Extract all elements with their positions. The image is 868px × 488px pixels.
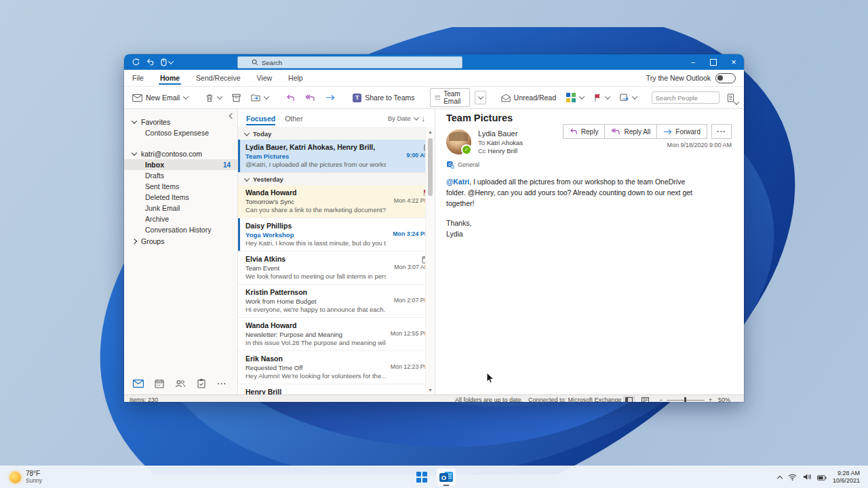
send-receive-icon[interactable] <box>132 58 140 66</box>
scroll-down-icon[interactable]: ▼ <box>428 388 433 392</box>
reply-button[interactable]: Reply <box>563 124 606 139</box>
taskbar-clock[interactable]: 9:28 AM 10/6/2021 <box>833 470 860 485</box>
teams-icon: T <box>353 94 361 102</box>
sort-direction-icon[interactable]: ↓ <box>422 115 426 123</box>
people-module-icon[interactable] <box>174 378 186 389</box>
folder-archive[interactable]: Archive <box>124 214 237 224</box>
tab-send-receive[interactable]: Send/Receive <box>188 70 248 86</box>
mention-katri[interactable]: @Katri <box>446 178 469 186</box>
follow-up-button[interactable] <box>591 92 612 104</box>
move-button[interactable] <box>248 92 271 104</box>
filter-email-button[interactable] <box>742 92 744 104</box>
categorize-button[interactable] <box>564 91 587 104</box>
group-header-today[interactable]: Today <box>238 127 435 140</box>
scroll-up-icon[interactable]: ▲ <box>428 129 433 134</box>
to-recipient-name[interactable]: Katri Ahokas <box>487 139 523 146</box>
zoom-level[interactable]: 50% <box>718 396 730 402</box>
calendar-module-icon[interactable] <box>153 378 165 389</box>
reply-button[interactable] <box>283 92 298 104</box>
message-list: Focused Other By Date ↓ Today Lydia Ba <box>238 109 435 394</box>
share-to-teams-button[interactable]: T Share to Teams <box>350 92 417 104</box>
email-row-wanda-howard-1[interactable]: Wanda Howard Tomorrow's Sync Can you sha… <box>238 185 435 218</box>
new-email-button[interactable]: New Email <box>130 92 191 104</box>
reply-all-button[interactable] <box>302 92 318 104</box>
rules-icon <box>620 94 629 102</box>
email-row-daisy-phillips[interactable]: Daisy Phillips Yoga Workshop Hey Katri, … <box>238 218 435 251</box>
folder-inbox[interactable]: Inbox 14 <box>124 159 237 170</box>
tasks-module-icon[interactable] <box>195 378 207 389</box>
chevron-down-icon <box>244 176 250 181</box>
favorite-contoso-expensese[interactable]: Contoso Expensese <box>124 127 237 138</box>
zoom-out-button[interactable]: − <box>659 396 663 402</box>
archive-button[interactable] <box>229 92 243 104</box>
weather-widget[interactable]: 78°F Sunny <box>0 466 52 488</box>
unread-read-button[interactable]: Unread/Read <box>498 92 559 104</box>
more-actions-button[interactable]: ··· <box>711 124 732 139</box>
group-header-yesterday[interactable]: Yesterday <box>238 173 435 185</box>
normal-view-button[interactable] <box>623 396 635 402</box>
tab-other[interactable]: Other <box>285 109 302 127</box>
reading-view-button[interactable] <box>639 396 651 402</box>
account-header[interactable]: katri@contoso.com <box>124 148 237 159</box>
titlebar-search-box[interactable]: Search <box>237 56 462 68</box>
sender-avatar[interactable]: ✓ <box>446 129 471 155</box>
tab-file[interactable]: File <box>124 70 152 86</box>
tab-view[interactable]: View <box>248 70 280 86</box>
tab-focused[interactable]: Focused <box>246 109 275 127</box>
start-button[interactable] <box>412 468 432 487</box>
folder-pane: Favorites Contoso Expensese katri@contos… <box>124 109 238 394</box>
sensitivity-label[interactable]: General <box>446 161 479 169</box>
email-row-henry-brill[interactable]: Henry Brill Project Update Mon 11:46 AM <box>238 384 435 394</box>
more-modules-icon[interactable]: ··· <box>216 378 228 389</box>
mail-module-icon[interactable] <box>132 378 144 389</box>
quick-steps-gallery-chevron[interactable] <box>475 91 486 104</box>
forward-button[interactable]: Forward <box>656 124 707 139</box>
email-row-wanda-howard-2[interactable]: Wanda Howard Newsletter: Purpose and Mea… <box>238 318 435 351</box>
zoom-in-button[interactable]: + <box>709 396 712 402</box>
touch-mouse-mode-icon[interactable] <box>161 58 173 66</box>
zoom-slider-thumb[interactable] <box>684 397 686 402</box>
ribbon-collapse-chevron[interactable] <box>734 98 738 106</box>
email-row-elvia-atkins[interactable]: Elvia Atkins Team Event We look forward … <box>238 251 435 285</box>
taskbar-outlook-button[interactable]: O <box>436 468 456 487</box>
delete-button[interactable] <box>203 92 224 104</box>
cc-recipient-name[interactable]: Henry Brill <box>488 147 517 155</box>
folder-conversation-history[interactable]: Conversation History <box>124 224 237 235</box>
undo-icon[interactable] <box>146 58 154 66</box>
folder-drafts[interactable]: Drafts <box>124 170 237 181</box>
sensitivity-icon <box>446 161 454 169</box>
wifi-icon[interactable] <box>788 471 797 483</box>
message-actions: Reply Reply All Forward ··· <box>564 124 732 139</box>
reply-all-button[interactable]: Reply All <box>604 124 657 139</box>
tray-chevron-up-icon[interactable] <box>778 471 782 483</box>
maximize-button[interactable] <box>703 54 724 70</box>
sort-by-date[interactable]: By Date ↓ <box>388 115 425 123</box>
folder-junk-email[interactable]: Junk Email <box>124 203 237 214</box>
speaker-icon[interactable] <box>803 471 811 483</box>
rules-button[interactable] <box>617 92 639 104</box>
folder-groups[interactable]: Groups <box>124 235 237 247</box>
folder-sent-items[interactable]: Sent Items <box>124 181 237 192</box>
minimize-button[interactable]: − <box>683 54 703 70</box>
sender-name[interactable]: Lydia Bauer <box>478 129 517 138</box>
forward-button[interactable] <box>323 92 338 103</box>
system-tray: 9:28 AM 10/6/2021 <box>778 466 868 488</box>
open-envelope-icon <box>501 94 511 102</box>
tab-home[interactable]: Home <box>152 70 188 86</box>
search-people-input[interactable] <box>652 92 719 104</box>
message-list-scrollbar[interactable]: ▲ ▼ <box>425 127 435 394</box>
message-closing: Thanks, <box>446 218 703 229</box>
new-outlook-toggle[interactable] <box>715 73 736 83</box>
close-button[interactable]: × <box>724 54 744 70</box>
tab-help[interactable]: Help <box>280 70 311 86</box>
quick-access-toolbar <box>124 58 173 66</box>
email-row-kristin-patternson[interactable]: Kristin Patternson Work from Home Budget… <box>238 285 435 318</box>
email-row-erik-nason[interactable]: Erik Nason Requested Time Off Hey Alumni… <box>238 351 435 384</box>
collapse-folder-pane-icon[interactable] <box>230 111 234 119</box>
quick-step-team-email[interactable]: Team Email <box>430 88 470 107</box>
battery-icon[interactable] <box>817 471 827 483</box>
email-row-lydia-bauer[interactable]: Lydia Bauer, Katri Ahokas, Henry Brill, … <box>238 140 435 173</box>
folder-deleted-items[interactable]: Deleted Items <box>124 192 237 203</box>
taskbar: 78°F Sunny O <box>0 466 868 488</box>
favorites-header[interactable]: Favorites <box>124 116 237 127</box>
